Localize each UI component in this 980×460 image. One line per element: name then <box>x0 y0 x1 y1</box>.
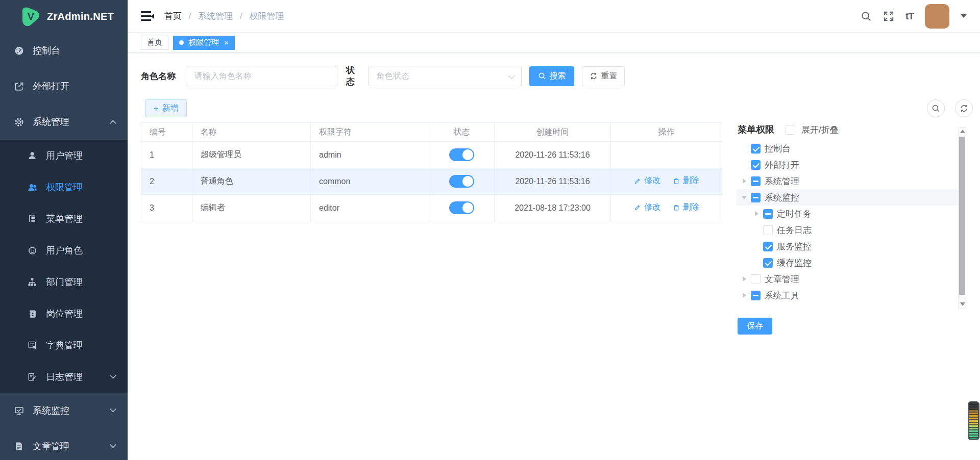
tree-node[interactable]: 任务日志 <box>737 222 958 238</box>
cell-created: 2020-11-26 11:53:16 <box>495 142 611 168</box>
caret-right-icon[interactable] <box>742 178 747 184</box>
cell-name: 超级管理员 <box>192 142 311 168</box>
expand-collapse-checkbox[interactable] <box>786 125 795 135</box>
caret-right-icon[interactable] <box>742 276 747 282</box>
cell-perm: common <box>311 168 429 195</box>
checkbox-checked[interactable] <box>763 242 773 251</box>
caret-right-icon[interactable] <box>742 293 747 298</box>
sidebar-item-dept-mgmt[interactable]: 部门管理 <box>0 266 128 298</box>
caret-right-icon[interactable] <box>754 211 759 216</box>
delete-link[interactable]: 删除 <box>672 175 699 186</box>
caret-placeholder <box>742 146 747 151</box>
checkbox-unchecked[interactable] <box>763 225 773 235</box>
sidebar-item-menu-mgmt[interactable]: 菜单管理 <box>0 203 128 235</box>
avatar[interactable] <box>925 4 949 29</box>
cell-actions: 修改 删除 <box>611 195 722 221</box>
add-button[interactable]: + 新增 <box>145 99 187 117</box>
checkbox-checked[interactable] <box>751 160 761 170</box>
tree-scrollbar[interactable] <box>958 127 966 309</box>
tree-node[interactable]: 服务监控 <box>737 238 958 254</box>
monitor-icon <box>13 405 24 416</box>
menu-tree-icon <box>27 213 38 224</box>
caret-down-icon[interactable] <box>742 195 747 200</box>
reset-button[interactable]: 重置 <box>582 66 625 86</box>
breadcrumb: 首页 / 系统管理 / 权限管理 <box>164 10 284 22</box>
edge-meter-widget[interactable] <box>968 401 979 440</box>
scrollbar-thumb[interactable] <box>959 137 965 295</box>
sidebar-item-article-mgmt[interactable]: 文章管理 <box>0 428 128 460</box>
sidebar-item-system-monitor[interactable]: 系统监控 <box>0 393 128 428</box>
refresh-table-button[interactable] <box>955 99 973 117</box>
checkbox-indeterminate[interactable] <box>763 209 773 219</box>
tab-close-icon[interactable]: × <box>224 39 229 46</box>
sidebar-collapse-button[interactable] <box>141 11 154 22</box>
delete-link[interactable]: 删除 <box>672 202 699 213</box>
breadcrumb-system-mgmt[interactable]: 系统管理 <box>198 11 233 21</box>
checkbox-indeterminate[interactable] <box>751 291 761 300</box>
article-icon <box>13 441 24 452</box>
checkbox-indeterminate[interactable] <box>751 193 761 202</box>
status-toggle[interactable] <box>449 201 474 214</box>
external-link-icon <box>13 81 24 92</box>
sidebar-item-dashboard[interactable]: 控制台 <box>0 33 128 68</box>
save-button[interactable]: 保存 <box>738 318 772 335</box>
app-title: ZrAdmin.NET <box>47 11 114 22</box>
caret-placeholder <box>754 227 759 233</box>
show-search-button[interactable] <box>927 99 945 117</box>
tree-node[interactable]: 定时任务 <box>737 206 958 222</box>
tree-node[interactable]: 文章管理 <box>737 271 958 287</box>
checkbox-indeterminate[interactable] <box>751 176 761 186</box>
permission-tree: 控制台 外部打开 系统管理 系统监控 定时任务 <box>737 140 958 303</box>
user-icon <box>27 150 38 161</box>
chevron-down-icon <box>110 406 116 413</box>
robot-face-icon <box>27 245 38 256</box>
tree-panel-header: 菜单权限 展开/折叠 <box>737 123 976 136</box>
checkbox-checked[interactable] <box>763 258 773 268</box>
cell-name: 编辑者 <box>192 195 311 221</box>
dictionary-icon <box>27 340 38 351</box>
status-toggle[interactable] <box>449 175 474 188</box>
sidebar-item-permission-mgmt[interactable]: 权限管理 <box>0 171 128 203</box>
table-tools <box>927 99 973 117</box>
edit-link[interactable]: 修改 <box>633 202 660 213</box>
role-name-input[interactable] <box>186 66 337 86</box>
org-chart-icon <box>27 276 38 288</box>
fullscreen-icon[interactable] <box>883 11 894 22</box>
edit-link[interactable]: 修改 <box>633 175 660 186</box>
breadcrumb-home[interactable]: 首页 <box>164 11 182 21</box>
tab-permission-mgmt[interactable]: 权限管理 × <box>173 36 235 50</box>
column-header-created: 创建时间 <box>495 123 611 142</box>
status-toggle[interactable] <box>449 148 474 161</box>
sidebar: V ZrAdmin.NET 控制台 外部打开 系统管理 <box>0 0 128 460</box>
checkbox-checked[interactable] <box>751 144 761 154</box>
cell-id: 1 <box>141 142 192 168</box>
tree-node[interactable]: 系统工具 <box>737 287 958 303</box>
sidebar-item-post-mgmt[interactable]: 岗位管理 <box>0 298 128 329</box>
refresh-icon <box>960 104 968 113</box>
status-select[interactable]: 角色状态 <box>368 66 522 86</box>
tree-node[interactable]: 系统监控 <box>737 189 958 206</box>
scroll-down-arrow[interactable] <box>960 302 965 306</box>
edit-icon <box>633 177 642 185</box>
tree-node[interactable]: 外部打开 <box>737 157 958 173</box>
tree-node[interactable]: 控制台 <box>737 140 958 157</box>
sidebar-item-dict-mgmt[interactable]: 字典管理 <box>0 329 128 361</box>
checkbox-unchecked[interactable] <box>751 274 761 284</box>
caret-down-icon[interactable] <box>961 14 967 18</box>
log-pen-icon <box>27 371 38 382</box>
search-icon[interactable] <box>861 11 872 22</box>
tree-node[interactable]: 系统管理 <box>737 173 958 189</box>
sidebar-item-user-mgmt[interactable]: 用户管理 <box>0 140 128 171</box>
search-button[interactable]: 搜索 <box>529 66 574 86</box>
trash-icon <box>672 203 680 212</box>
sidebar-item-label: 控制台 <box>33 44 60 57</box>
sidebar-item-system-mgmt[interactable]: 系统管理 <box>0 104 128 140</box>
sidebar-item-external[interactable]: 外部打开 <box>0 68 128 104</box>
sidebar-item-log-mgmt[interactable]: 日志管理 <box>0 361 128 393</box>
tree-node[interactable]: 缓存监控 <box>737 254 958 271</box>
tab-home[interactable]: 首页 <box>141 36 168 50</box>
sidebar-item-user-role[interactable]: 用户角色 <box>0 235 128 266</box>
font-size-icon[interactable]: tT <box>905 11 914 22</box>
scroll-up-arrow[interactable] <box>960 130 965 133</box>
tags-view-bar: 首页 权限管理 × <box>128 33 980 53</box>
